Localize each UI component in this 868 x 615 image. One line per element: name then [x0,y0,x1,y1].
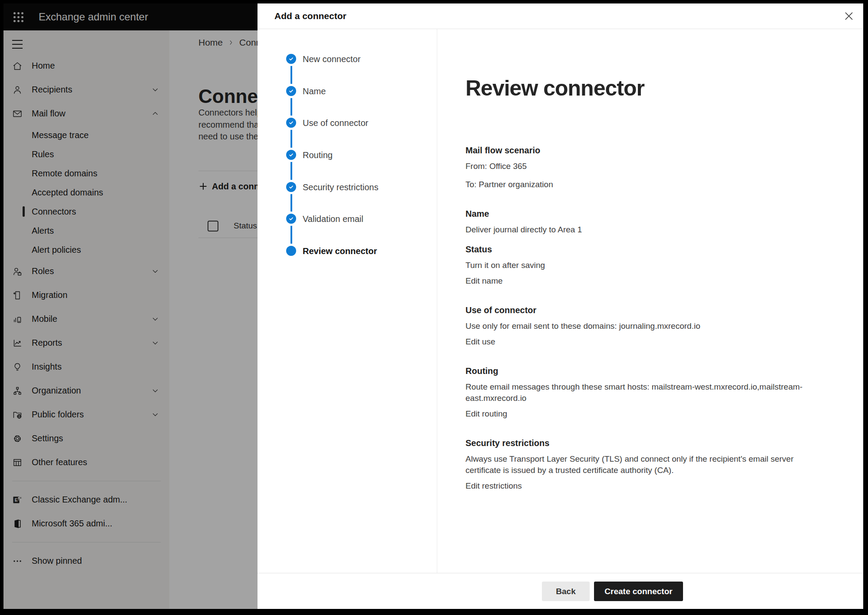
review-section-routing: RoutingRoute email messages through thes… [465,365,813,420]
close-icon [843,10,855,22]
step-current-icon [286,246,296,256]
wizard-step-security-restrictions[interactable]: Security restrictions [286,182,437,214]
section-title: Name [465,208,813,219]
section-text: Use only for email sent to these domains… [465,321,813,332]
wizard-step-name[interactable]: Name [286,86,437,118]
wizard-step-use-of-connector[interactable]: Use of connector [286,118,437,150]
review-section-status: StatusTurn it on after savingEdit name [465,244,813,287]
review-section-name: NameDeliver journal directly to Area 1 [465,208,813,235]
review-section-security-restrictions: Security restrictionsAlways use Transpor… [465,437,813,492]
section-title: Routing [465,365,813,377]
section-text: Deliver journal directly to Area 1 [465,224,813,235]
screenshot-frame: Exchange admin center HomeRecipientsMail… [0,0,868,615]
review-section-mail-flow-scenario: Mail flow scenarioFrom: Office 365To: Pa… [465,145,813,190]
section-title: Use of connector [465,304,813,316]
section-text: To: Partner organization [465,179,813,190]
add-connector-dialog: Add a connector New connectorNameUse of … [257,3,863,609]
review-content: Review connector Mail flow scenarioFrom:… [437,29,863,573]
step-complete-icon [286,54,296,64]
dialog-header: Add a connector [257,3,863,29]
review-sections: Mail flow scenarioFrom: Office 365To: Pa… [465,145,863,492]
wizard-step-routing[interactable]: Routing [286,150,437,182]
review-section-use-of-connector: Use of connectorUse only for email sent … [465,304,813,347]
wizard-step-new-connector[interactable]: New connector [286,54,437,86]
dialog-body: New connectorNameUse of connectorRouting… [257,29,863,573]
step-complete-icon [286,182,296,192]
wizard-step-review-connector[interactable]: Review connector [286,246,437,278]
section-text: Always use Transport Layer Security (TLS… [465,453,813,476]
edit-name-link[interactable]: Edit name [465,275,503,287]
section-title: Status [465,244,813,255]
edit-routing-link[interactable]: Edit routing [465,408,507,420]
wizard-steps: New connectorNameUse of connectorRouting… [257,29,437,278]
wizard-step-validation-email[interactable]: Validation email [286,214,437,246]
step-complete-icon [286,86,296,96]
section-title: Security restrictions [465,437,813,449]
review-heading: Review connector [465,75,863,102]
dialog-title: Add a connector [274,11,347,21]
step-complete-icon [286,214,296,224]
app-window: Exchange admin center HomeRecipientsMail… [3,3,863,609]
section-text: Turn it on after saving [465,260,813,271]
edit-use-link[interactable]: Edit use [465,336,495,347]
wizard-nav: New connectorNameUse of connectorRouting… [257,29,437,573]
edit-restrictions-link[interactable]: Edit restrictions [465,480,522,492]
close-button[interactable] [843,10,855,22]
back-button[interactable]: Back [542,582,590,601]
step-complete-icon [286,118,296,128]
create-connector-button[interactable]: Create connector [594,582,683,601]
section-text: Route email messages through these smart… [465,381,813,404]
section-title: Mail flow scenario [465,145,813,156]
dialog-footer: Back Create connector [257,573,863,609]
section-text: From: Office 365 [465,161,813,172]
step-complete-icon [286,150,296,160]
